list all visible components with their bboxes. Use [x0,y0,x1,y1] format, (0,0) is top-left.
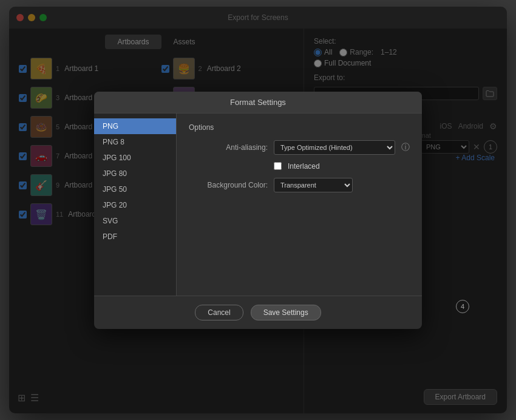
format-item-svg[interactable]: SVG [94,213,176,229]
dialog-title-bar: Format Settings [94,92,422,113]
bg-color-label: Background Color: [189,181,268,189]
bg-color-row: Background Color: Transparent White Blac… [189,178,410,192]
interlaced-label: Interlaced [288,162,320,171]
dialog-footer: Cancel Save Settings [94,296,422,329]
options-panel: Options Anti-aliasing: Type Optimized (H… [177,113,422,296]
format-list: 3 PNG PNG 8 JPG 100 JPG 80 JPG 50 JPG 20… [94,113,177,296]
format-item-jpg50[interactable]: JPG 50 [94,181,176,197]
format-item-jpg100[interactable]: JPG 100 [94,150,176,166]
interlaced-row: Interlaced [189,162,410,171]
info-icon[interactable]: ⓘ [401,142,410,153]
main-window: Export for Screens Artboards Assets 🍕 1 … [9,7,507,413]
bg-color-select[interactable]: Transparent White Black [274,178,353,192]
dialog-body: 3 PNG PNG 8 JPG 100 JPG 80 JPG 50 JPG 20… [94,113,422,296]
save-settings-button[interactable]: Save Settings [251,305,321,320]
format-settings-dialog: Format Settings 3 PNG PNG 8 JPG 100 JPG … [94,92,422,329]
anti-aliasing-label: Anti-aliasing: [189,143,268,152]
cancel-button[interactable]: Cancel [195,305,243,320]
format-item-jpg20[interactable]: JPG 20 [94,197,176,213]
format-item-pdf[interactable]: PDF [94,229,176,245]
dialog-title: Format Settings [230,98,286,107]
anti-aliasing-select[interactable]: Type Optimized (Hinted) Art Optimized (S… [274,140,395,155]
anti-aliasing-row: Anti-aliasing: Type Optimized (Hinted) A… [189,140,410,155]
interlaced-checkbox[interactable] [274,162,282,170]
circle-4: 4 [456,300,469,313]
format-item-jpg80[interactable]: JPG 80 [94,166,176,181]
format-item-png[interactable]: PNG [94,118,176,134]
dialog-overlay: Format Settings 3 PNG PNG 8 JPG 100 JPG … [9,7,507,413]
format-item-png8[interactable]: PNG 8 [94,134,176,150]
options-title: Options [189,123,410,132]
